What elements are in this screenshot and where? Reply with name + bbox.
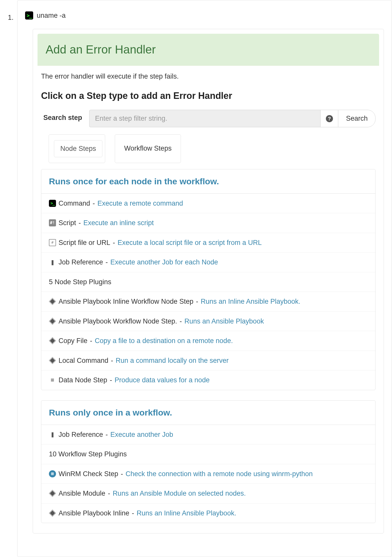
step-desc: Check the connection with a remote node … [126, 469, 313, 479]
panel-title: Add an Error Handler [46, 41, 371, 58]
book-icon [49, 259, 56, 266]
panel-header: Add an Error Handler [38, 34, 379, 66]
book-icon [49, 431, 56, 438]
step-desc: Execute a local script file or a script … [118, 238, 262, 248]
step-desc: Copy a file to a destination on a remote… [95, 336, 233, 346]
workflow-plugins-header: 10 Workflow Step Plugins [41, 444, 375, 464]
search-button[interactable]: Search [338, 110, 376, 127]
step-desc: Run a command locally on the server [116, 355, 229, 366]
plugin-icon [49, 357, 56, 364]
node-steps-title-row: Runs once for each node in the workflow. [41, 169, 375, 194]
step-type-script-file[interactable]: Script file or URL - Execute a local scr… [41, 233, 375, 253]
step-desc: Execute a remote command [98, 198, 183, 209]
file-icon [49, 239, 56, 246]
step-desc: Execute another Job for each Node [110, 257, 218, 267]
tab-workflow-steps-label: Workflow Steps [124, 145, 172, 152]
step-type-ansible-inline-node[interactable]: Ansible Playbook Inline Workflow Node St… [41, 292, 375, 312]
search-input-group: Search [89, 110, 376, 127]
step-type-job-reference-wf[interactable]: Job Reference - Execute another Job [41, 425, 375, 445]
windows-icon [49, 470, 56, 477]
plugin-icon [49, 490, 56, 497]
node-steps-title: Runs once for each node in the workflow. [49, 175, 368, 188]
step-type-ansible-playbook-inline[interactable]: Ansible Playbook Inline - Runs an Inline… [41, 504, 375, 523]
plugin-icon [49, 298, 56, 305]
step-desc: Execute another Job [110, 429, 173, 440]
step-type-ansible-node[interactable]: Ansible Playbook Workflow Node Step. - R… [41, 312, 375, 331]
step-type-winrm-check[interactable]: WinRM Check Step - Check the connection … [41, 464, 375, 484]
tab-workflow-steps[interactable]: Workflow Steps [115, 134, 181, 163]
script-icon [49, 219, 56, 226]
step-type-data-node[interactable]: Data Node Step - Produce data values for… [41, 370, 375, 390]
step-desc: Runs an Ansible Module on selected nodes… [113, 488, 246, 499]
plugin-icon [49, 510, 56, 517]
search-input[interactable] [89, 110, 320, 127]
tab-node-steps[interactable]: Node Steps [49, 134, 105, 163]
step-header: uname -a [17, 0, 391, 24]
step-name: Script file or URL [59, 238, 110, 248]
step-type-command[interactable]: Command - Execute a remote command [41, 194, 375, 213]
help-button[interactable] [320, 110, 338, 127]
step-desc: Runs an Inline Ansible Playbook. [137, 508, 236, 518]
step-name: Ansible Playbook Inline [59, 508, 129, 518]
step-type-ansible-module[interactable]: Ansible Module - Runs an Ansible Module … [41, 484, 375, 504]
step-name: Ansible Playbook Inline Workflow Node St… [59, 296, 193, 307]
step-type-job-reference[interactable]: Job Reference - Execute another Job for … [41, 253, 375, 272]
step-name: Local Command [59, 355, 108, 366]
step-name: Job Reference [59, 429, 103, 440]
step-container: 1. uname -a Add an Error Handler The err… [17, 0, 392, 557]
error-handler-panel: Add an Error Handler The error handler w… [33, 29, 384, 534]
step-name: Copy File [59, 336, 87, 346]
step-name: Job Reference [59, 257, 103, 267]
step-name: Script [59, 218, 76, 228]
tabs-row: Node Steps Workflow Steps [33, 134, 384, 163]
workflow-steps-title-row: Runs only once in a workflow. [41, 401, 375, 425]
workflow-steps-list: Runs only once in a workflow. Job Refere… [41, 400, 376, 523]
plugin-icon [49, 337, 56, 344]
search-row: Search step Search [33, 110, 384, 134]
panel-subtitle-row: Click on a Step type to add an Error Han… [33, 83, 384, 110]
step-name: Ansible Playbook Workflow Node Step. [59, 316, 177, 327]
node-steps-list: Runs once for each node in the workflow.… [41, 169, 376, 390]
step-desc: Produce data values for a node [115, 375, 210, 385]
plugin-icon [49, 318, 56, 325]
question-icon [326, 115, 333, 122]
panel-description: The error handler will execute if the st… [33, 66, 384, 84]
step-number: 1. [8, 12, 14, 23]
node-plugins-header: 5 Node Step Plugins [41, 272, 375, 292]
step-name: Command [59, 198, 90, 209]
step-name: Ansible Module [59, 488, 105, 499]
search-label: Search step [41, 110, 89, 122]
workflow-steps-title: Runs only once in a workflow. [49, 406, 368, 419]
step-command: uname -a [37, 10, 66, 21]
step-desc: Runs an Inline Ansible Playbook. [201, 296, 300, 307]
step-type-local-command[interactable]: Local Command - Run a command locally on… [41, 351, 375, 371]
step-desc: Runs an Ansible Playbook [184, 316, 264, 327]
database-icon [49, 376, 56, 384]
step-desc: Execute an inline script [83, 218, 154, 228]
step-type-script[interactable]: Script - Execute an inline script [41, 213, 375, 233]
step-type-copy-file[interactable]: Copy File - Copy a file to a destination… [41, 331, 375, 351]
terminal-icon [25, 11, 33, 20]
step-name: WinRM Check Step [59, 469, 118, 479]
tab-node-steps-label: Node Steps [54, 140, 102, 157]
step-name: Data Node Step [59, 375, 107, 385]
panel-subtitle: Click on a Step type to add an Error Han… [41, 89, 376, 103]
terminal-icon [49, 200, 56, 207]
